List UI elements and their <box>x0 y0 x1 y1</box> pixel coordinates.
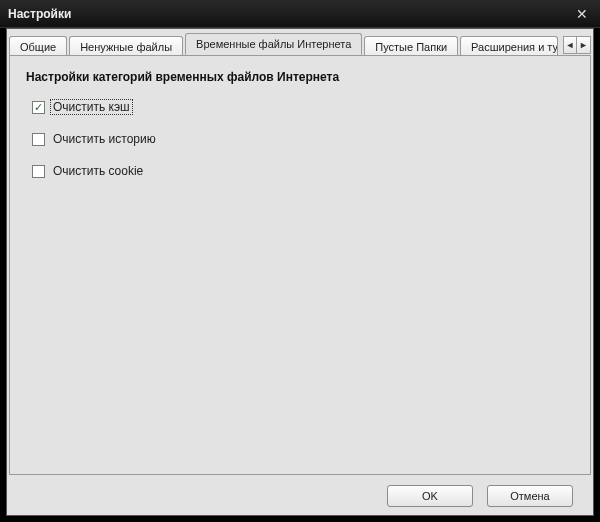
option-clear-cookie: Очистить cookie <box>32 164 574 178</box>
tab-junk-files[interactable]: Ненужные файлы <box>69 36 183 55</box>
tab-panel: Настройки категорий временных файлов Инт… <box>9 55 591 475</box>
checkbox-label-clear-cache[interactable]: Очистить кэш <box>51 100 132 114</box>
tab-empty-folders[interactable]: Пустые Папки <box>364 36 458 55</box>
check-icon: ✓ <box>34 102 43 113</box>
close-icon: ✕ <box>576 7 588 21</box>
checkbox-clear-history[interactable] <box>32 133 45 146</box>
chevron-left-icon: ◄ <box>566 40 575 50</box>
ok-button[interactable]: OK <box>387 485 473 507</box>
settings-window: Настройки ✕ Общие Ненужные файлы Временн… <box>0 0 600 522</box>
section-heading: Настройки категорий временных файлов Инт… <box>26 70 574 84</box>
tab-general[interactable]: Общие <box>9 36 67 55</box>
chevron-right-icon: ► <box>579 40 588 50</box>
dialog-footer: OK Отмена <box>7 477 593 515</box>
client-area: Общие Ненужные файлы Временные файлы Инт… <box>6 28 594 516</box>
checkbox-clear-cache[interactable]: ✓ <box>32 101 45 114</box>
tab-temp-internet-files[interactable]: Временные файлы Интернета <box>185 33 362 55</box>
tab-extensions[interactable]: Расширения и ту <box>460 36 558 55</box>
checkbox-clear-cookie[interactable] <box>32 165 45 178</box>
titlebar: Настройки ✕ <box>0 0 600 28</box>
checkbox-label-clear-history[interactable]: Очистить историю <box>51 132 158 146</box>
tab-scroll-right[interactable]: ► <box>577 36 591 54</box>
checkbox-label-clear-cookie[interactable]: Очистить cookie <box>51 164 145 178</box>
window-title: Настройки <box>8 7 572 21</box>
tab-bar: Общие Ненужные файлы Временные файлы Инт… <box>7 29 593 55</box>
tab-scroll-controls: ◄ ► <box>563 36 591 54</box>
tab-scroll-left[interactable]: ◄ <box>563 36 577 54</box>
option-clear-history: Очистить историю <box>32 132 574 146</box>
cancel-button[interactable]: Отмена <box>487 485 573 507</box>
close-button[interactable]: ✕ <box>572 4 592 24</box>
option-clear-cache: ✓ Очистить кэш <box>32 100 574 114</box>
